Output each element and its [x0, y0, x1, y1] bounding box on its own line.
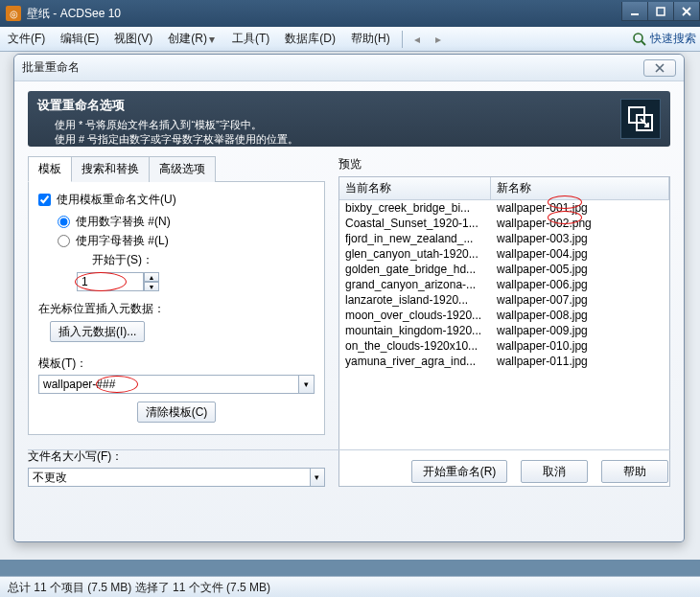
- preview-row[interactable]: moon_over_clouds-1920...wallpaper-008.jp…: [339, 308, 669, 323]
- tab-advanced[interactable]: 高级选项: [149, 156, 216, 182]
- template-input[interactable]: [38, 375, 299, 394]
- col-new-name[interactable]: 新名称: [491, 177, 669, 199]
- filename-case-label: 文件名大小写(F)：: [28, 448, 325, 465]
- minimize-button[interactable]: [621, 2, 648, 21]
- close-button[interactable]: [673, 2, 700, 21]
- insert-metadata-label: 在光标位置插入元数据：: [38, 301, 315, 317]
- window-titlebar: ◎ 壁纸 - ACDSee 10: [0, 0, 700, 27]
- preview-list[interactable]: 当前名称 新名称 bixby_creek_bridge_bi...wallpap…: [338, 176, 670, 487]
- status-text: 总计 11 个项目 (7.5 MB) 选择了 11 个文件 (7.5 MB): [8, 581, 270, 594]
- preview-row[interactable]: fjord_in_new_zealand_...wallpaper-003.jp…: [339, 231, 669, 246]
- status-bar: 总计 11 个项目 (7.5 MB) 选择了 11 个文件 (7.5 MB): [0, 576, 700, 597]
- cell-new: wallpaper-004.jpg: [491, 246, 669, 262]
- radio-numeric-row[interactable]: 使用数字替换 #(N): [58, 214, 315, 230]
- radio-numeric-label: 使用数字替换 #(N): [76, 214, 171, 230]
- menu-edit[interactable]: 编辑(E): [53, 27, 106, 51]
- preview-row[interactable]: lanzarote_island-1920...wallpaper-007.jp…: [339, 292, 669, 308]
- menu-file[interactable]: 文件(F): [0, 27, 53, 51]
- preview-label: 预览: [338, 156, 670, 172]
- tab-search-replace[interactable]: 搜索和替换: [71, 156, 150, 182]
- dialog-header-line1: 使用 * 号将原始文件名插入到“模板”字段中。: [55, 118, 620, 132]
- quick-search[interactable]: 快速搜索: [632, 31, 700, 47]
- svg-rect-0: [631, 13, 639, 15]
- radio-alpha[interactable]: [58, 235, 70, 247]
- menu-nav-left[interactable]: ◂: [407, 27, 428, 51]
- option-tabs: 模板 搜索和替换 高级选项: [28, 156, 325, 182]
- cell-current: grand_canyon_arizona-...: [339, 277, 491, 292]
- template-group: 使用模板重命名文件(U) 使用数字替换 #(N) 使用字母替换 #(L) 开始于…: [28, 181, 325, 435]
- cell-current: Coastal_Sunset_1920-1...: [339, 216, 491, 231]
- dialog-close-button[interactable]: [643, 59, 676, 77]
- preview-row[interactable]: golden_gate_bridge_hd...wallpaper-005.jp…: [339, 262, 669, 277]
- menu-bar: 文件(F) 编辑(E) 视图(V) 创建(R)▾ 工具(T) 数据库(D) 帮助…: [0, 27, 700, 52]
- use-template-label: 使用模板重命名文件(U): [57, 192, 176, 208]
- batch-rename-dialog: 批量重命名 设置重命名选项 使用 * 号将原始文件名插入到“模板”字段中。 使用…: [13, 54, 685, 542]
- use-template-checkbox-row[interactable]: 使用模板重命名文件(U): [38, 192, 315, 208]
- preview-row[interactable]: on_the_clouds-1920x10...wallpaper-010.jp…: [339, 338, 669, 354]
- svg-rect-1: [657, 8, 665, 15]
- svg-point-2: [634, 34, 642, 42]
- template-dropdown-button[interactable]: ▾: [299, 375, 315, 394]
- maximize-button[interactable]: [647, 2, 674, 21]
- cell-current: mountain_kingdom-1920...: [339, 323, 491, 338]
- menu-separator: [402, 31, 403, 48]
- preview-header: 当前名称 新名称: [339, 177, 669, 200]
- cell-new: wallpaper-006.jpg: [491, 277, 669, 292]
- cell-new: wallpaper-007.jpg: [491, 292, 669, 308]
- radio-numeric[interactable]: [58, 216, 70, 228]
- spin-up-button[interactable]: ▲: [144, 272, 159, 282]
- cell-current: bixby_creek_bridge_bi...: [339, 200, 491, 216]
- menu-nav-right[interactable]: ▸: [428, 27, 449, 51]
- start-at-input[interactable]: [77, 272, 144, 291]
- cell-new: wallpaper-003.jpg: [491, 231, 669, 246]
- menu-create[interactable]: 创建(R)▾: [160, 27, 224, 51]
- search-icon: [632, 32, 647, 47]
- use-template-checkbox[interactable]: [38, 194, 51, 206]
- cell-new: wallpaper-002.png: [491, 216, 669, 231]
- app-icon: ◎: [6, 6, 21, 21]
- filename-case-value: 不更改: [33, 471, 67, 484]
- cancel-button[interactable]: 取消: [521, 460, 588, 483]
- menu-tools[interactable]: 工具(T): [224, 27, 277, 51]
- radio-alpha-label: 使用字母替换 #(L): [76, 233, 169, 249]
- menu-view[interactable]: 视图(V): [106, 27, 160, 51]
- col-current-name[interactable]: 当前名称: [339, 177, 491, 199]
- preview-row[interactable]: bixby_creek_bridge_bi...wallpaper-001.jp…: [339, 200, 669, 216]
- clear-template-button[interactable]: 清除模板(C): [137, 402, 217, 423]
- menu-database[interactable]: 数据库(D): [277, 27, 343, 51]
- preview-row[interactable]: Coastal_Sunset_1920-1...wallpaper-002.pn…: [339, 216, 669, 231]
- preview-row[interactable]: yamuna_river_agra_ind...wallpaper-011.jp…: [339, 354, 669, 369]
- menu-create-label: 创建(R): [168, 31, 207, 47]
- preview-row[interactable]: grand_canyon_arizona-...wallpaper-006.jp…: [339, 277, 669, 292]
- filename-case-dropdown-button[interactable]: ▾: [311, 468, 325, 487]
- cell-current: golden_gate_bridge_hd...: [339, 262, 491, 277]
- cell-current: glen_canyon_utah-1920...: [339, 246, 491, 262]
- insert-metadata-button[interactable]: 插入元数据(I)...: [50, 321, 145, 342]
- cell-new: wallpaper-011.jpg: [491, 354, 669, 369]
- dialog-header-line2: 使用 # 号指定由数字或字母数字枚举器使用的位置。: [55, 132, 620, 147]
- cell-new: wallpaper-005.jpg: [491, 262, 669, 277]
- dropdown-icon: ▾: [207, 33, 217, 46]
- tab-template[interactable]: 模板: [28, 156, 72, 182]
- spin-down-button[interactable]: ▼: [144, 282, 159, 291]
- cell-new: wallpaper-008.jpg: [491, 308, 669, 323]
- button-divider: [28, 449, 670, 450]
- filename-case-select[interactable]: 不更改: [28, 468, 311, 487]
- dialog-header-title: 设置重命名选项: [37, 97, 620, 114]
- help-button[interactable]: 帮助: [601, 460, 668, 483]
- cell-current: yamuna_river_agra_ind...: [339, 354, 491, 369]
- cell-current: moon_over_clouds-1920...: [339, 308, 491, 323]
- start-at-label: 开始于(S)：: [92, 252, 315, 268]
- menu-help[interactable]: 帮助(H): [343, 27, 398, 51]
- cell-current: fjord_in_new_zealand_...: [339, 231, 491, 246]
- dialog-titlebar[interactable]: 批量重命名: [14, 55, 684, 81]
- close-icon: [654, 63, 665, 73]
- template-field-label: 模板(T)：: [38, 356, 315, 372]
- preview-row[interactable]: glen_canyon_utah-1920...wallpaper-004.jp…: [339, 246, 669, 262]
- radio-alpha-row[interactable]: 使用字母替换 #(L): [58, 233, 315, 249]
- cell-current: lanzarote_island-1920...: [339, 292, 491, 308]
- start-rename-button[interactable]: 开始重命名(R): [411, 460, 507, 483]
- cell-new: wallpaper-010.jpg: [491, 338, 669, 354]
- cell-current: on_the_clouds-1920x10...: [339, 338, 491, 354]
- preview-row[interactable]: mountain_kingdom-1920...wallpaper-009.jp…: [339, 323, 669, 338]
